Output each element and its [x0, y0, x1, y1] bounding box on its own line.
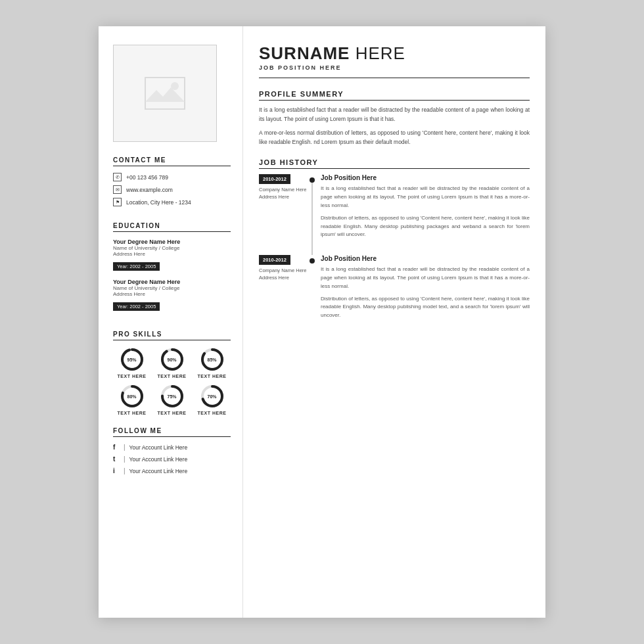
skill-circle-2: 85% — [200, 347, 225, 372]
left-column: CONTACT ME ✆ +00 123 456 789 ✉ www.examp… — [99, 26, 243, 618]
follow-item-2: i | Your Account Link Here — [113, 467, 231, 474]
job-desc1-0: It is a long established fact that a rea… — [321, 185, 530, 210]
profile-para1: It is a long established fact that a rea… — [259, 106, 530, 124]
skill-item-1: 90% TEXT HERE — [153, 347, 191, 379]
follow-item-0: f | Your Account Link Here — [113, 444, 231, 451]
skill-item-5: 70% TEXT HERE — [193, 384, 231, 415]
skill-label-1: TEXT HERE — [158, 374, 187, 379]
name-block: SURNAME HERE JOB POSITION HERE — [259, 45, 530, 78]
skills-title: PRO SKILLS — [113, 331, 231, 340]
skills-section: PRO SKILLS 95% TEXT HERE 90% TEXT HERE 8 — [113, 331, 231, 415]
follow-icon-2: i — [113, 467, 120, 474]
svg-marker-1 — [145, 87, 185, 102]
edu-degree: Your Degree Name Here — [113, 239, 231, 245]
skill-circle-1: 90% — [160, 347, 185, 372]
follow-items: f | Your Account Link Here t | Your Acco… — [113, 444, 231, 474]
contact-website: ✉ www.example.com — [113, 185, 231, 194]
skills-grid: 95% TEXT HERE 90% TEXT HERE 85% TEXT HER… — [113, 347, 231, 415]
skill-label-2: TEXT HERE — [198, 374, 227, 379]
job-left-1: 2010-2012 Company Name HereAddress Here — [259, 255, 311, 324]
follow-link-1[interactable]: Your Account Link Here — [129, 456, 188, 463]
location-icon: ⚑ — [113, 198, 122, 206]
contact-section: CONTACT ME ✆ +00 123 456 789 ✉ www.examp… — [113, 156, 231, 210]
follow-title: FOLLOW ME — [113, 427, 231, 437]
name-rest: HERE — [350, 43, 405, 63]
profile-title: PROFILE SUMMERY — [259, 90, 530, 101]
job-company-1: Company Name HereAddress Here — [259, 267, 307, 281]
job-desc2-1: Distribution of letters, as opposed to u… — [321, 295, 530, 320]
contact-phone: ✆ +00 123 456 789 — [113, 173, 231, 181]
follow-pipe-2: | — [124, 467, 126, 474]
skill-pct-2: 85% — [207, 357, 216, 362]
skill-pct-3: 80% — [127, 394, 136, 399]
web-icon: ✉ — [113, 185, 122, 194]
follow-pipe-0: | — [124, 444, 126, 451]
follow-item-1: t | Your Account Link Here — [113, 455, 231, 463]
resume-document: CONTACT ME ✆ +00 123 456 789 ✉ www.examp… — [99, 26, 545, 618]
skill-circle-5: 70% — [200, 384, 225, 409]
job-title: JOB POSITION HERE — [259, 64, 530, 71]
skill-pct-4: 75% — [167, 394, 176, 399]
profile-para2: A more-or-less normal distribution of le… — [259, 129, 530, 147]
edu-year: Year: 2002 - 2005 — [113, 262, 160, 271]
edu-degree: Your Degree Name Here — [113, 279, 231, 285]
edu-entry-1: Your Degree Name Here Name of University… — [113, 279, 231, 311]
name-surname: SURNAME — [259, 43, 350, 63]
skill-pct-5: 70% — [207, 394, 216, 399]
edu-entry-0: Your Degree Name Here Name of University… — [113, 239, 231, 271]
job-left-0: 2010-2012 Company Name HereAddress Here — [259, 174, 311, 243]
follow-icon-0: f — [113, 444, 120, 451]
follow-section: FOLLOW ME f | Your Account Link Here t |… — [113, 427, 231, 479]
follow-icon-1: t — [113, 455, 120, 463]
edu-uni: Name of University / CollegeAddress Here — [113, 245, 231, 257]
job-history-section: JOB HISTORY 2010-2012 Company Name HereA… — [259, 158, 530, 324]
profile-section: PROFILE SUMMERY It is a long established… — [259, 90, 530, 147]
skill-pct-1: 90% — [167, 357, 176, 362]
follow-pipe-1: | — [124, 455, 126, 463]
job-company-0: Company Name HereAddress Here — [259, 187, 307, 200]
job-history-title: JOB HISTORY — [259, 158, 530, 169]
skill-pct-0: 95% — [127, 357, 136, 362]
job-right-1: Job Position Here It is a long establish… — [311, 255, 530, 324]
contact-location: ⚑ Location, City Here - 1234 — [113, 198, 231, 206]
skill-item-0: 95% TEXT HERE — [113, 347, 150, 379]
skill-item-4: 75% TEXT HERE — [153, 384, 191, 415]
skill-circle-3: 80% — [120, 384, 145, 409]
education-section: EDUCATION Your Degree Name Here Name of … — [113, 222, 231, 319]
right-column: SURNAME HERE JOB POSITION HERE PROFILE S… — [243, 26, 545, 618]
follow-link-2[interactable]: Your Account Link Here — [129, 468, 188, 474]
skill-label-0: TEXT HERE — [118, 374, 147, 379]
svg-point-2 — [171, 82, 179, 90]
phone-icon: ✆ — [113, 173, 122, 181]
job-right-0: Job Position Here It is a long establish… — [311, 174, 530, 243]
skill-item-3: 80% TEXT HERE — [113, 384, 150, 415]
job-desc1-1: It is a long established fact that a rea… — [321, 265, 530, 290]
svg-rect-0 — [145, 78, 185, 109]
skill-circle-0: 95% — [120, 347, 145, 372]
job-entry-0: 2010-2012 Company Name HereAddress Here … — [259, 174, 530, 243]
skill-label-4: TEXT HERE — [158, 411, 187, 415]
job-pos-title-0: Job Position Here — [321, 174, 530, 181]
skill-item-2: 85% TEXT HERE — [193, 347, 231, 379]
job-entry-1: 2010-2012 Company Name HereAddress Here … — [259, 255, 530, 324]
contact-title: CONTACT ME — [113, 156, 231, 166]
skill-circle-4: 75% — [160, 384, 185, 409]
edu-uni: Name of University / CollegeAddress Here — [113, 285, 231, 297]
job-desc2-0: Distribution of letters, as opposed to u… — [321, 214, 530, 239]
skill-label-5: TEXT HERE — [198, 411, 227, 415]
photo-placeholder — [113, 45, 217, 142]
job-dates-0: 2010-2012 — [259, 174, 290, 184]
education-title: EDUCATION — [113, 222, 231, 232]
name-line: SURNAME HERE — [259, 45, 530, 62]
job-pos-title-1: Job Position Here — [321, 255, 530, 262]
follow-link-0[interactable]: Your Account Link Here — [129, 444, 188, 451]
job-dates-1: 2010-2012 — [259, 255, 290, 265]
job-history-list: 2010-2012 Company Name HereAddress Here … — [259, 174, 530, 324]
edu-year: Year: 2002 - 2005 — [113, 302, 160, 311]
skill-label-3: TEXT HERE — [118, 411, 147, 415]
job-line-0 — [311, 183, 313, 255]
education-entries: Your Degree Name Here Name of University… — [113, 239, 231, 311]
